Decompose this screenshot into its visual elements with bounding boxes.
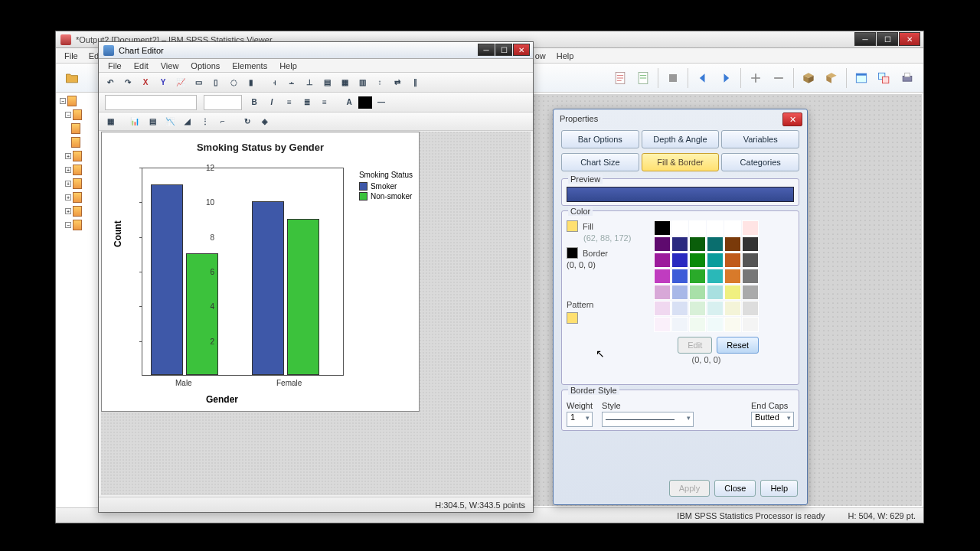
sort-icon[interactable]: ↕	[371, 75, 388, 90]
hbar-chart-icon[interactable]: ▤	[144, 114, 161, 129]
tab-variables[interactable]: Variables	[721, 130, 799, 148]
v-bars-icon[interactable]: ▥	[354, 75, 371, 90]
color-swatch[interactable]	[671, 220, 688, 236]
ce-minimize-button[interactable]: ─	[478, 44, 495, 56]
x-axis-label[interactable]: Gender	[102, 394, 342, 405]
color-swatch[interactable]	[689, 301, 706, 316]
weight-dropdown[interactable]: 1	[567, 412, 593, 427]
tab-fill-border[interactable]: Fill & Border	[642, 153, 720, 171]
ce-menu-options[interactable]: Options	[185, 60, 226, 71]
border-label[interactable]: Border	[583, 249, 608, 258]
ce-menu-view[interactable]: View	[155, 60, 185, 71]
nav-fwd-icon[interactable]	[716, 68, 736, 88]
bars-icon[interactable]: ∥	[407, 75, 423, 90]
color-swatch[interactable]	[707, 301, 724, 316]
bar-chart-icon[interactable]: 📊	[126, 114, 143, 129]
ce-close-button[interactable]: ✕	[513, 44, 530, 56]
bar1-icon[interactable]: ⫞	[266, 75, 283, 90]
chart-title[interactable]: Smoking Status by Gender	[102, 132, 419, 153]
color-swatch[interactable]	[742, 317, 759, 332]
color-swatch[interactable]	[654, 301, 671, 316]
color-swatch[interactable]	[724, 253, 741, 268]
transpose-icon[interactable]: ⇄	[389, 75, 406, 90]
color-swatch[interactable]	[742, 285, 759, 300]
color-swatch[interactable]	[654, 269, 671, 284]
color-swatch[interactable]	[707, 236, 724, 252]
box2-icon[interactable]	[822, 68, 841, 88]
print-icon[interactable]	[897, 68, 917, 88]
close-dialog-button[interactable]: Close	[714, 480, 756, 497]
color-swatch[interactable]	[689, 285, 706, 300]
color-swatch[interactable]	[742, 220, 759, 236]
font-family-dropdown[interactable]	[105, 95, 197, 110]
color-swatch[interactable]	[742, 236, 759, 252]
color-swatch[interactable]	[724, 285, 741, 300]
color-swatch[interactable]	[689, 220, 706, 236]
color-swatch[interactable]	[671, 236, 688, 252]
italic-icon[interactable]: I	[263, 95, 280, 110]
ce-menu-edit[interactable]: Edit	[128, 60, 155, 71]
chart-canvas[interactable]: Smoking Status by Gender Count Gender Sm…	[101, 132, 531, 495]
minus-icon[interactable]	[769, 68, 789, 88]
close-button[interactable]: ✕	[899, 32, 920, 46]
chart-area[interactable]: Smoking Status by Gender Count Gender Sm…	[101, 132, 420, 412]
endcaps-dropdown[interactable]: Butted	[751, 412, 794, 427]
select-icon[interactable]: ▯	[207, 75, 224, 90]
color-swatch[interactable]	[689, 236, 706, 252]
color-swatch[interactable]	[689, 253, 706, 268]
fill-color-swatch[interactable]	[358, 96, 372, 109]
color-swatch[interactable]	[742, 301, 759, 316]
fit-icon[interactable]: ▭	[190, 75, 207, 90]
outline-tree[interactable]: − − + + + + + −	[57, 94, 100, 506]
maximize-button[interactable]: ☐	[877, 32, 898, 46]
align-left-icon[interactable]: ≡	[281, 95, 298, 110]
wnd2-icon[interactable]	[874, 68, 894, 88]
bar2-icon[interactable]: ⫠	[283, 75, 300, 90]
color-swatch[interactable]	[689, 269, 706, 284]
minimize-button[interactable]: ─	[854, 32, 876, 46]
color-swatch[interactable]	[671, 269, 688, 284]
bar-female-non-smoker[interactable]	[287, 219, 319, 375]
font-size-dropdown[interactable]	[204, 95, 242, 110]
reset-color-button[interactable]: Reset	[717, 337, 759, 354]
color-swatch[interactable]	[654, 236, 671, 252]
stop-icon[interactable]	[663, 68, 683, 88]
color-swatch[interactable]	[671, 317, 688, 332]
doc-icon[interactable]	[610, 68, 630, 88]
tab-categories[interactable]: Categories	[721, 153, 799, 171]
color-swatch[interactable]	[707, 317, 724, 332]
align-center-icon[interactable]: ≣	[299, 95, 315, 110]
color-swatch[interactable]	[707, 220, 724, 236]
chart-table-icon[interactable]: ▦	[102, 114, 119, 129]
line-style-icon[interactable]: —	[373, 95, 390, 110]
color-swatch[interactable]	[689, 317, 706, 332]
menu-help[interactable]: Help	[551, 50, 580, 62]
style-dropdown[interactable]	[602, 412, 694, 427]
color-swatch[interactable]	[654, 317, 671, 332]
props-close-button[interactable]: ✕	[782, 112, 802, 126]
open-icon[interactable]	[62, 68, 82, 88]
tab-chart-size[interactable]: Chart Size	[561, 153, 639, 171]
help-button[interactable]: Help	[760, 480, 798, 497]
rotate-icon[interactable]: ↻	[239, 114, 256, 129]
color-swatch[interactable]	[671, 285, 688, 300]
color-swatch[interactable]	[707, 285, 724, 300]
line-chart-icon[interactable]: 📉	[162, 114, 178, 129]
bold-icon[interactable]: B	[246, 95, 263, 110]
scatter-chart-icon[interactable]: ⋮	[197, 114, 214, 129]
color-swatch[interactable]	[724, 269, 741, 284]
undo-icon[interactable]: ↶	[102, 75, 119, 90]
nav-back-icon[interactable]	[693, 68, 713, 88]
text-color-icon[interactable]: A	[341, 95, 358, 110]
area-chart-icon[interactable]: ◢	[179, 114, 196, 129]
ce-menu-help[interactable]: Help	[273, 60, 303, 71]
redo-icon[interactable]: ↷	[119, 75, 136, 90]
y-axis-icon[interactable]: Y	[155, 75, 172, 90]
y-axis-label[interactable]: Count	[113, 220, 123, 247]
fill-label[interactable]: Fill	[583, 222, 593, 231]
grid2-icon[interactable]: ▦	[336, 75, 353, 90]
fill-icon[interactable]: ▮	[243, 75, 260, 90]
color-swatch[interactable]	[654, 253, 671, 268]
bar-female-smoker[interactable]	[252, 201, 284, 375]
color-swatch[interactable]	[724, 301, 741, 316]
